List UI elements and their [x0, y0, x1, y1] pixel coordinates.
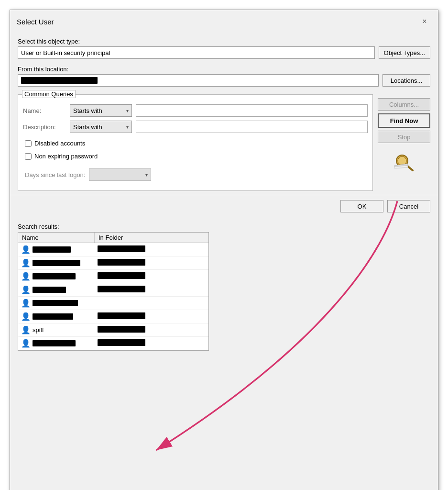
redacted-name — [33, 300, 78, 306]
close-button[interactable]: × — [418, 15, 431, 28]
common-queries-wrapper: Common Queries Name: Starts with ▾ — [18, 93, 373, 191]
result-name-cell: 👤 — [18, 244, 95, 255]
result-folder-cell — [95, 338, 208, 348]
disabled-accounts-row: Disabled accounts — [23, 140, 368, 147]
common-queries-legend: Common Queries — [22, 90, 76, 98]
dialog-title: Select User — [17, 18, 54, 26]
result-name-cell: 👤 — [18, 311, 95, 322]
result-name-cell: 👤 — [18, 271, 95, 282]
result-folder-cell — [95, 302, 208, 304]
user-icon: 👤 — [21, 272, 31, 281]
table-row[interactable]: 👤 — [18, 337, 208, 350]
locations-button[interactable]: Locations... — [382, 74, 430, 87]
redacted-folder — [98, 272, 145, 279]
result-name-cell: 👤 — [18, 284, 95, 295]
results-table: Name In Folder 👤 — [18, 232, 209, 351]
columns-button[interactable]: Columns... — [378, 98, 430, 111]
table-row[interactable]: 👤 — [18, 270, 208, 283]
description-dropdown-arrow: ▾ — [126, 124, 129, 130]
object-type-section: Select this object type: Object Types... — [18, 38, 430, 62]
description-query-input[interactable] — [136, 121, 368, 133]
results-header: Name In Folder — [18, 233, 208, 243]
object-types-button[interactable]: Object Types... — [379, 46, 430, 59]
side-buttons: Columns... Find Now Stop — [378, 93, 430, 191]
user-icon: 👤 — [21, 258, 31, 267]
table-row[interactable]: 👤 — [18, 310, 208, 323]
ok-cancel-row: OK Cancel — [10, 195, 438, 217]
redacted-name — [33, 287, 66, 293]
name-query-row: Name: Starts with ▾ — [23, 104, 368, 117]
spiff-name: spiff — [33, 326, 44, 334]
disabled-accounts-checkbox[interactable] — [25, 140, 32, 147]
location-section: From this location: Locations... — [18, 66, 430, 89]
name-operator-value: Starts with — [73, 107, 102, 114]
stop-button[interactable]: Stop — [378, 131, 430, 143]
non-expiring-label[interactable]: Non expiring password — [34, 153, 98, 160]
name-operator-dropdown[interactable]: Starts with ▾ — [70, 104, 132, 117]
result-name-cell: 👤 spiff — [18, 324, 95, 335]
days-logon-arrow: ▾ — [145, 172, 148, 178]
result-name-cell: 👤 — [18, 338, 95, 349]
description-operator-value: Starts with — [73, 123, 102, 131]
days-logon-row: Days since last logon: ▾ — [23, 168, 368, 181]
days-logon-label: Days since last logon: — [25, 171, 85, 178]
user-icon: 👤 — [21, 285, 31, 294]
location-input — [18, 74, 379, 87]
cancel-button[interactable]: Cancel — [387, 200, 430, 212]
search-icon-area — [378, 150, 430, 174]
redacted-name — [33, 340, 76, 346]
object-type-label: Select this object type: — [18, 38, 430, 45]
user-icon: 👤 — [21, 245, 31, 254]
title-bar: Select User × — [10, 10, 438, 32]
table-row[interactable]: 👤 — [18, 256, 208, 270]
result-folder-cell — [95, 325, 208, 335]
redacted-folder — [98, 259, 145, 266]
column-header-name: Name — [18, 233, 95, 243]
result-folder-cell — [95, 271, 208, 281]
non-expiring-checkbox[interactable] — [25, 153, 32, 160]
search-decorative-icon — [393, 152, 415, 171]
search-results-label: Search results: — [18, 223, 430, 230]
user-icon: 👤 — [21, 325, 31, 334]
result-name-cell: 👤 — [18, 298, 95, 309]
object-type-input[interactable] — [18, 46, 375, 59]
result-folder-cell — [95, 285, 208, 295]
name-query-input[interactable] — [136, 104, 368, 117]
queries-area: Common Queries Name: Starts with ▾ — [18, 93, 430, 191]
result-name-cell: 👤 — [18, 257, 95, 268]
redacted-folder — [98, 286, 145, 292]
table-row[interactable]: 👤 — [18, 283, 208, 297]
table-row[interactable]: 👤 — [18, 297, 208, 310]
redacted-name — [33, 260, 80, 266]
location-label: From this location: — [18, 66, 430, 73]
search-results-section: Search results: Name In Folder 👤 — [18, 221, 430, 351]
ok-button[interactable]: OK — [340, 200, 383, 212]
non-expiring-row: Non expiring password — [23, 153, 368, 160]
user-icon: 👤 — [21, 339, 31, 348]
table-row-spiff[interactable]: 👤 spiff — [18, 323, 208, 337]
user-icon: 👤 — [21, 312, 31, 321]
disabled-accounts-label[interactable]: Disabled accounts — [34, 140, 85, 147]
svg-point-1 — [398, 156, 406, 165]
redacted-folder — [98, 326, 145, 333]
user-icon: 👤 — [21, 299, 31, 308]
name-dropdown-arrow: ▾ — [126, 108, 129, 113]
select-user-dialog: Select User × Select this object type: O… — [10, 10, 438, 490]
redacted-folder — [98, 339, 145, 346]
result-folder-cell — [95, 312, 208, 322]
common-queries-body: Name: Starts with ▾ Description: Start — [23, 100, 368, 186]
redacted-name — [33, 313, 73, 320]
dialog-body: Select this object type: Object Types...… — [10, 32, 438, 490]
results-body: 👤 👤 — [18, 243, 208, 350]
table-row[interactable]: 👤 — [18, 243, 208, 256]
column-header-folder: In Folder — [95, 233, 208, 243]
redacted-folder — [98, 312, 145, 319]
common-queries-group: Common Queries Name: Starts with ▾ — [18, 94, 373, 191]
description-operator-dropdown[interactable]: Starts with ▾ — [70, 121, 132, 133]
days-logon-dropdown[interactable]: ▾ — [89, 168, 151, 181]
redacted-name — [33, 273, 76, 279]
find-now-button[interactable]: Find Now — [378, 113, 430, 128]
result-folder-cell — [95, 258, 208, 268]
object-type-row: Object Types... — [18, 46, 430, 59]
description-query-label: Description: — [23, 123, 66, 131]
